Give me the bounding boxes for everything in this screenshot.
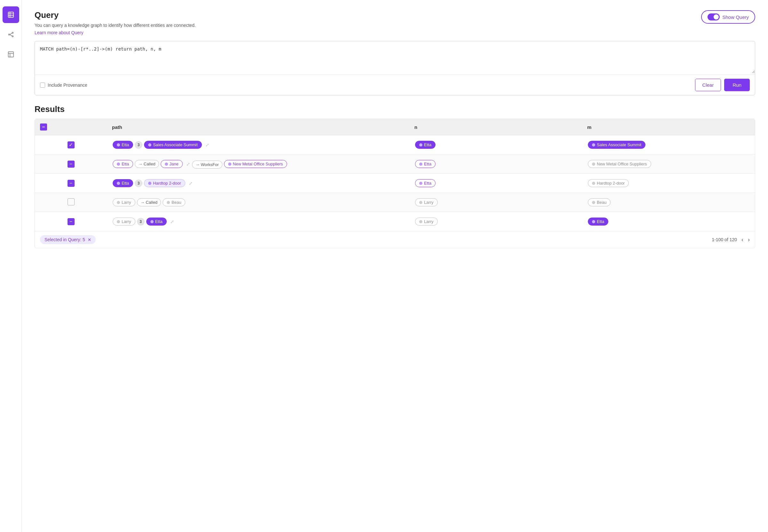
- chip-sales-summit-1: Sales Associate Summit: [144, 141, 202, 149]
- row-5-check-cell[interactable]: −: [35, 212, 107, 231]
- n-chip-larry-5: Larry: [415, 218, 438, 226]
- row-3-path-cell: Etta 3 Hardtop 2-door ⤢: [107, 174, 409, 193]
- row-3-check-cell[interactable]: −: [35, 174, 107, 193]
- row-5-n-cell: Larry: [409, 212, 582, 231]
- query-footer: Include Provenance Clear Run: [35, 75, 755, 95]
- th-m: m: [582, 119, 755, 135]
- table-header-row: − path n m: [35, 119, 755, 135]
- chip-called-4: → Called: [137, 198, 161, 206]
- results-title: Results: [35, 104, 755, 114]
- query-box: MATCH path=(n)-[r*..2]->(m) return path,…: [35, 41, 755, 95]
- table-row: ✓ Etta 3 Sales Associate Summit ⤢: [35, 135, 755, 155]
- clear-button[interactable]: Clear: [695, 79, 721, 91]
- pagination-text: 1-100 of 120: [712, 237, 737, 242]
- chip-larry-5: Larry: [113, 218, 135, 226]
- table-icon: [7, 11, 14, 18]
- row-4-path-chips: Larry → Called Beau: [112, 197, 404, 207]
- svg-rect-0: [8, 12, 13, 18]
- table-row: − Etta 3 Hardtop 2-door ⤢: [35, 174, 755, 193]
- provenance-label[interactable]: Include Provenance: [40, 83, 87, 88]
- row-3-checkbox[interactable]: −: [68, 180, 75, 187]
- query-header-left: Query You can query a knowledge graph to…: [35, 10, 196, 41]
- row-2-m-cell: New Metal Office Suppliers: [582, 155, 755, 174]
- row-2-check-cell[interactable]: −: [35, 155, 107, 174]
- toggle-track: [708, 13, 720, 20]
- row-3-n-cell: Etta: [409, 174, 582, 193]
- table-row: − Etta → Called Jane ⤢: [35, 155, 755, 174]
- sidebar-item-graph[interactable]: [3, 26, 19, 43]
- m-chip-sales-summit-1: Sales Associate Summit: [588, 141, 645, 149]
- svg-rect-9: [8, 52, 13, 57]
- n-chip-etta-2: Etta: [415, 160, 436, 168]
- sidebar-item-edit[interactable]: [3, 46, 19, 63]
- expand-icon-1[interactable]: ⤢: [205, 142, 209, 147]
- chip-etta-3: Etta: [113, 179, 133, 187]
- edit-icon: [7, 51, 14, 58]
- th-select-all[interactable]: −: [35, 119, 107, 135]
- chip-etta-5: Etta: [146, 218, 167, 226]
- chip-beau-4: Beau: [163, 198, 185, 206]
- expand-icon-3[interactable]: ⤢: [189, 181, 193, 186]
- clear-selection-button[interactable]: ✕: [88, 237, 91, 242]
- run-button[interactable]: Run: [724, 79, 750, 91]
- row-5-path-chips: Larry 3 Etta ⤢: [112, 217, 404, 226]
- chip-called-2: → Called: [135, 160, 159, 168]
- selected-badge: Selected in Query: 5 ✕: [40, 235, 96, 244]
- table-footer: Selected in Query: 5 ✕ 1-100 of 120 ‹ ›: [35, 231, 755, 248]
- chip-worksfor-2: → WorksFor: [192, 161, 222, 169]
- pagination: 1-100 of 120 ‹ ›: [712, 236, 750, 243]
- n-chip-larry-4: Larry: [415, 198, 438, 206]
- table-row: − Larry 3 Etta ⤢: [35, 212, 755, 231]
- row-4-check-cell[interactable]: [35, 193, 107, 212]
- svg-point-4: [8, 34, 10, 35]
- row-4-m-cell: Beau: [582, 193, 755, 212]
- svg-point-5: [12, 32, 13, 34]
- query-buttons: Clear Run: [695, 79, 750, 91]
- row-4-checkbox[interactable]: [68, 198, 75, 205]
- chip-jane-2: Jane: [161, 160, 183, 168]
- select-all-icon[interactable]: −: [40, 123, 47, 131]
- th-path: path: [107, 119, 409, 135]
- row-2-path-cell: Etta → Called Jane ⤢ → WorksFor New Meta…: [107, 155, 409, 174]
- provenance-text: Include Provenance: [48, 83, 87, 88]
- row-1-n-cell: Etta: [409, 135, 582, 155]
- query-textarea[interactable]: MATCH path=(n)-[r*..2]->(m) return path,…: [35, 41, 755, 73]
- svg-line-7: [10, 33, 12, 35]
- chip-number-3-1: 3: [135, 141, 142, 149]
- show-query-button[interactable]: Show Query: [701, 10, 755, 24]
- row-5-checkbox[interactable]: −: [68, 218, 75, 225]
- chip-number-3-3: 3: [135, 179, 142, 187]
- svg-point-6: [12, 36, 13, 37]
- sidebar-item-table[interactable]: [3, 6, 19, 23]
- row-5-m-cell: Etta: [582, 212, 755, 231]
- m-chip-etta-5: Etta: [588, 218, 608, 226]
- n-chip-etta-3: Etta: [415, 179, 436, 187]
- results-table-wrap: − path n m ✓ Etta: [35, 119, 755, 248]
- sidebar: [0, 0, 22, 532]
- chip-nmco-2: New Metal Office Suppliers: [224, 160, 287, 168]
- chip-number-3-5: 3: [137, 218, 145, 226]
- next-page-button[interactable]: ›: [748, 236, 750, 243]
- m-chip-hardtop-3: Hardtop 2-door: [588, 179, 629, 187]
- learn-more-link[interactable]: Learn more about Query: [35, 30, 84, 35]
- page-title: Query: [35, 10, 196, 20]
- row-1-checkbox[interactable]: ✓: [68, 141, 75, 148]
- row-1-m-cell: Sales Associate Summit: [582, 135, 755, 155]
- th-n: n: [409, 119, 582, 135]
- show-query-label: Show Query: [722, 14, 749, 20]
- row-1-path-cell: Etta 3 Sales Associate Summit ⤢: [107, 135, 409, 155]
- n-chip-etta-1: Etta: [415, 141, 436, 149]
- row-4-path-cell: Larry → Called Beau: [107, 193, 409, 212]
- m-chip-nmco-2: New Metal Office Suppliers: [588, 160, 651, 168]
- toggle-thumb: [714, 14, 719, 20]
- provenance-checkbox[interactable]: [40, 83, 45, 88]
- expand-icon-5[interactable]: ⤢: [170, 219, 174, 224]
- row-1-check-cell[interactable]: ✓: [35, 135, 107, 155]
- chip-hardtop-3: Hardtop 2-door: [144, 179, 185, 187]
- expand-icon-2[interactable]: ⤢: [186, 162, 190, 167]
- chip-larry-4: Larry: [113, 198, 135, 206]
- prev-page-button[interactable]: ‹: [741, 236, 743, 243]
- main-content: Query You can query a knowledge graph to…: [22, 0, 768, 532]
- row-2-n-cell: Etta: [409, 155, 582, 174]
- row-2-checkbox[interactable]: −: [68, 161, 75, 168]
